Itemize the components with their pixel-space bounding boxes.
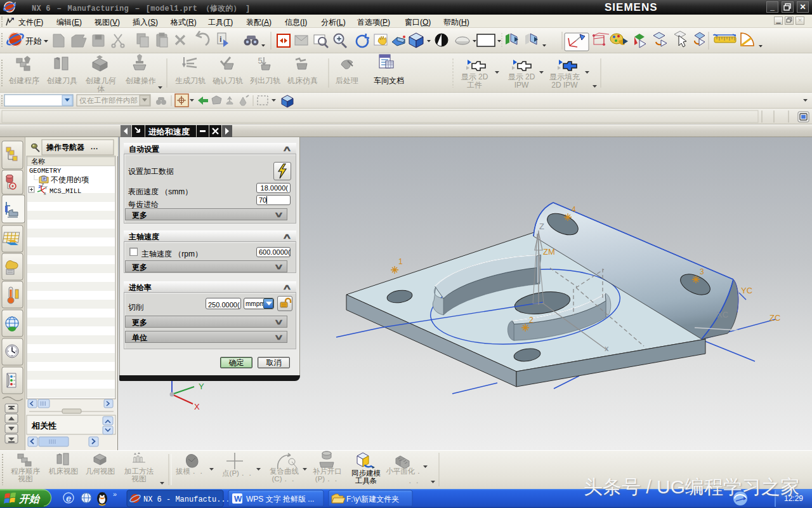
svg-text:确认刀轨: 确认刀轨 [213,76,243,85]
svg-text:创建刀具: 创建刀具 [46,76,77,85]
svg-text:显示 2D: 显示 2D [508,72,535,81]
svg-text:...: ... [91,143,98,150]
svg-text:Y: Y [44,185,48,190]
svg-text:x: x [605,344,609,353]
svg-text:生成刀轨: 生成刀轨 [175,76,206,85]
svg-text:1: 1 [398,257,403,266]
svg-text:不使用的项: 不使用的项 [51,175,89,184]
svg-text:相关性: 相关性 [31,421,57,431]
svg-text:IPW: IPW [514,81,529,90]
svg-text:操作导航器: 操作导航器 [46,143,84,152]
svg-text:Y: Y [199,382,204,391]
svg-text:XC: XC [717,310,728,319]
svg-text:ZC: ZC [769,313,780,323]
svg-text:2D IPW: 2D IPW [551,81,578,90]
svg-text:GEOMETRY: GEOMETRY [29,167,62,175]
svg-text:X: X [194,402,200,411]
svg-text:创建操作: 创建操作 [125,76,156,85]
svg-text:进给和速度: 进给和速度 [148,127,190,137]
svg-text:显示 2D: 显示 2D [461,72,488,81]
svg-text:后处理: 后处理 [336,76,358,85]
svg-text:开始: 开始 [25,36,42,46]
svg-text:i: i [219,34,222,44]
svg-text:显示填充: 显示填充 [549,72,580,81]
svg-text:创建程序: 创建程序 [8,76,39,85]
svg-text:5: 5 [258,56,262,65]
svg-text:工件: 工件 [467,81,482,90]
svg-text:仅在工作部件内部: 仅在工作部件内部 [79,97,138,104]
svg-text:列出刀轨: 列出刀轨 [250,76,280,85]
svg-text:车间文档: 车间文档 [374,76,404,85]
svg-text:YC: YC [741,286,752,295]
svg-text:MCS_MILL: MCS_MILL [49,187,81,195]
svg-text:Z: Z [539,222,544,231]
svg-text:创建几何: 创建几何 [85,76,116,85]
svg-text:2: 2 [529,316,534,324]
svg-text:3: 3 [700,267,704,276]
svg-text:ZM: ZM [543,247,555,257]
svg-text:x: x [44,191,46,196]
svg-text:机床仿真: 机床仿真 [287,76,318,85]
svg-text:体: 体 [97,84,105,93]
svg-text:4: 4 [572,205,576,214]
svg-text:名称: 名称 [31,157,45,165]
